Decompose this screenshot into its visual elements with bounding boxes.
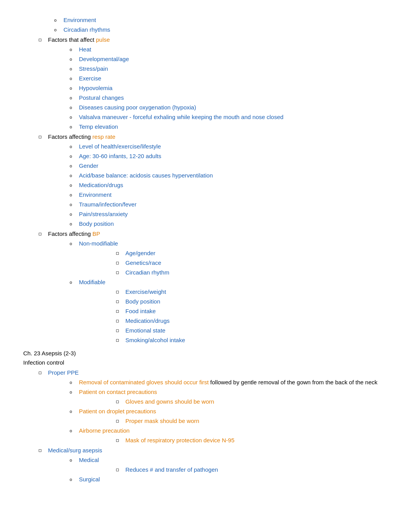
section2-title: Factors affecting resp rate: [48, 132, 388, 142]
section1-heading: Factors that affect pulse: [39, 35, 388, 44]
section1-colored-text: pulse: [94, 36, 110, 43]
section4-heading: Proper PPE: [39, 368, 388, 377]
list-item: o Developmental/age: [70, 55, 388, 64]
list-item: Reduces # and transfer of pathogen: [116, 465, 388, 474]
list-item: o Gender: [70, 161, 388, 171]
list-item: Emotional state: [116, 326, 388, 335]
ppe-item-3-sub: Proper mask should be worn: [116, 416, 388, 426]
section4-items: o Removal of contaminated gloves should …: [70, 378, 388, 445]
section2-heading: Factors affecting resp rate: [39, 132, 388, 142]
list-item: Medication/drugs: [116, 316, 388, 326]
list-item: o Valsalva maneuver - forceful exhaling …: [70, 113, 388, 122]
infection-control-heading: Infection control: [23, 358, 388, 367]
list-item: Gloves and gowns should be worn: [116, 397, 388, 406]
section3-colored-text: BP: [91, 230, 100, 237]
list-item: o Environment: [70, 190, 388, 200]
list-item: o Age: 30-60 infants, 12-20 adults: [70, 152, 388, 161]
list-item: o Temp elevation: [70, 122, 388, 131]
top-item-circadian: o Circadian rhythms: [54, 25, 388, 34]
list-item: o Hypovolemia: [70, 84, 388, 93]
list-item: Body position: [116, 297, 388, 306]
list-item: o Diseases causing poor oxygenation (hyp…: [70, 103, 388, 112]
list-item: o Pain/stress/anxiety: [70, 210, 388, 219]
item-label: Environment: [63, 15, 388, 25]
non-modifiable-group: o Non-modifiable Age/gender Genetics/rac…: [70, 239, 388, 345]
section5-items: o Medical Reduces # and transfer of path…: [70, 455, 388, 484]
list-item: o Postural changes: [70, 93, 388, 102]
medical-sub: Reduces # and transfer of pathogen: [116, 465, 388, 474]
list-item: o Heat: [70, 45, 388, 54]
list-item: o Acid/base balance: acidosis causes hyp…: [70, 171, 388, 180]
section1-title: Factors that affect pulse: [48, 35, 388, 44]
section5-heading: Medical/surg asepsis: [39, 446, 388, 455]
section1-items: o Heat o Developmental/age o Stress/pain…: [70, 45, 388, 131]
list-item: Smoking/alcohol intake: [116, 336, 388, 345]
ppe-item-2-sub: Gloves and gowns should be worn: [116, 397, 388, 406]
section4: Proper PPE o Removal of contaminated glo…: [39, 368, 388, 445]
list-item: Genetics/race: [116, 258, 388, 268]
list-item: o Body position: [70, 219, 388, 228]
list-item: o Stress/pain: [70, 64, 388, 73]
section3-heading: Factors affecting BP: [39, 229, 388, 239]
list-item: Mask of respiratory protection device N-…: [116, 436, 388, 445]
section2-colored-text: resp rate: [91, 133, 115, 140]
list-item: Exercise/weight: [116, 287, 388, 297]
surgical-heading: o Surgical: [70, 475, 388, 484]
section1-black-text: Factors that affect: [48, 36, 94, 43]
ppe-item-3: o Patient on droplet precautions: [70, 407, 388, 416]
list-item: o Level of health/exercise/lifestyle: [70, 142, 388, 151]
list-item: Age/gender: [116, 249, 388, 258]
list-item: Food intake: [116, 307, 388, 316]
square-bullet-icon: [39, 37, 48, 44]
non-modifiable-items: Age/gender Genetics/race Circadian rhyth…: [116, 249, 388, 277]
list-item: o Exercise: [70, 74, 388, 83]
chapter-title: Ch. 23 Asepsis (2-3): [23, 350, 76, 356]
medical-heading: o Medical: [70, 455, 388, 465]
non-modifiable-heading: o Non-modifiable: [70, 239, 388, 248]
section3-black-text: Factors affecting: [48, 230, 91, 237]
section3-title: Factors affecting BP: [48, 229, 388, 239]
section5: Medical/surg asepsis o Medical Reduces #…: [39, 446, 388, 484]
section2-items: o Level of health/exercise/lifestyle o A…: [70, 142, 388, 228]
section2-black-text: Factors affecting: [48, 133, 91, 140]
ppe-item-4-sub: Mask of respiratory protection device N-…: [116, 436, 388, 445]
item-label: Circadian rhythms: [63, 25, 388, 34]
ppe-item-1: o Removal of contaminated gloves should …: [70, 378, 388, 387]
list-item: o Medication/drugs: [70, 181, 388, 190]
bullet-o: o: [54, 17, 63, 24]
ppe-item-4: o Airborne precaution: [70, 426, 388, 435]
ppe-item-2: o Patient on contact precautions: [70, 387, 388, 397]
square-bullet-icon: [39, 231, 48, 238]
list-item: o Trauma/infection/fever: [70, 200, 388, 209]
chapter-heading: Ch. 23 Asepsis (2-3): [23, 349, 388, 358]
square-bullet-icon: [39, 134, 48, 141]
top-item-environment: o Environment: [54, 15, 388, 25]
modifiable-items: Exercise/weight Body position Food intak…: [116, 287, 388, 345]
bullet-o: o: [54, 27, 63, 34]
modifiable-heading: o Modifiable: [70, 278, 388, 287]
list-item: Proper mask should be worn: [116, 416, 388, 426]
list-item: Circadian rhythm: [116, 268, 388, 277]
infection-control-title: Infection control: [23, 359, 64, 366]
